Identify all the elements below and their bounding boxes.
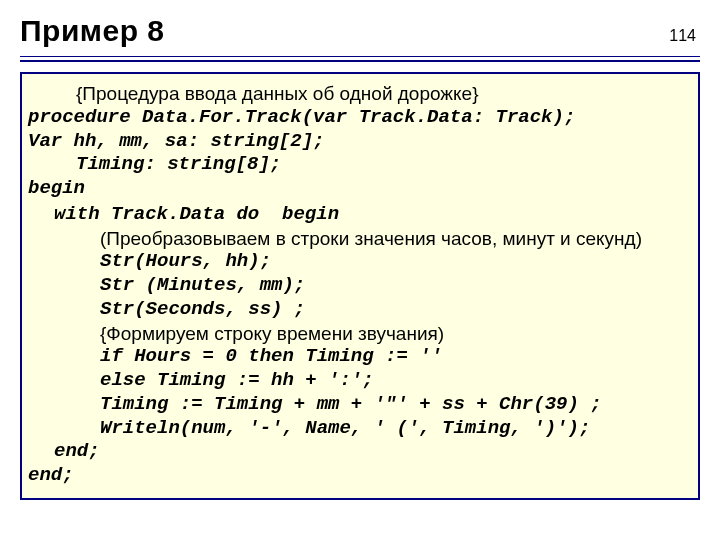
- code-line: Str(Seconds, ss) ;: [28, 298, 692, 322]
- code-line: Str (Minutes, mm);: [28, 274, 692, 298]
- code-line: Timing := Timing + mm + '"' + ss + Chr(3…: [28, 393, 692, 417]
- code-line: Writeln(num, '-', Name, ' (', Timing, ')…: [28, 417, 692, 441]
- code-line: Timing: string[8];: [28, 153, 692, 177]
- code-line: {Процедура ввода данных об одной дорожке…: [28, 82, 692, 106]
- slide: Пример 8 114 {Процедура ввода данных об …: [0, 0, 720, 540]
- code-line: procedure Data.For.Track(var Track.Data:…: [28, 106, 692, 130]
- code-line: with Track.Data do begin: [28, 201, 692, 227]
- code-line: Var hh, mm, sa: string[2];: [28, 130, 692, 154]
- code-block: {Процедура ввода данных об одной дорожке…: [20, 72, 700, 500]
- code-span: begin: [282, 203, 339, 225]
- header-row: Пример 8 114: [20, 14, 700, 48]
- title-underline: [20, 56, 700, 62]
- code-span: [259, 203, 282, 225]
- code-line: (Преобразовываем в строки значения часов…: [28, 227, 692, 251]
- code-span: with Track.Data do: [54, 203, 259, 225]
- code-line: if Hours = 0 then Timing := '': [28, 345, 692, 369]
- page-number: 114: [669, 27, 700, 45]
- code-line: end;: [28, 464, 692, 488]
- code-line: end;: [28, 440, 692, 464]
- page-title: Пример 8: [20, 14, 165, 48]
- code-line: else Timing := hh + ':';: [28, 369, 692, 393]
- code-line: Str(Hours, hh);: [28, 250, 692, 274]
- code-line: begin: [28, 177, 692, 201]
- code-line: {Формируем строку времени звучания): [28, 322, 692, 346]
